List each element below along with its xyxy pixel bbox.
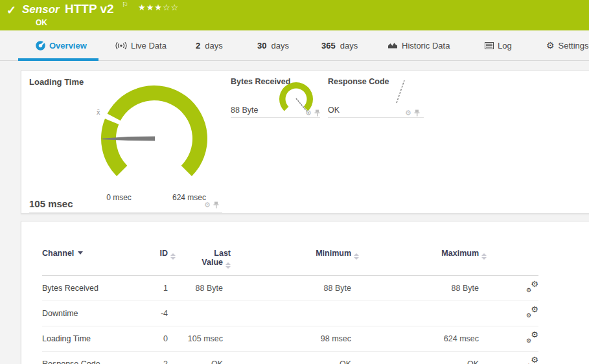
table-row: Loading Time 0 105 msec 98 msec 624 msec… <box>42 326 538 352</box>
column-header-channel[interactable]: Channel <box>42 241 133 276</box>
column-header-last-value[interactable]: Last Value <box>176 241 231 276</box>
channel-last-value: 105 msec <box>176 326 231 352</box>
tab-overview[interactable]: Overview <box>36 30 87 60</box>
tab-overview-label: Overview <box>49 41 87 51</box>
tab-30-days[interactable]: 30 days <box>257 30 289 60</box>
tab-30-days-number: 30 <box>257 41 266 51</box>
channel-name[interactable]: Response Code <box>42 352 133 364</box>
table-row: Bytes Received 1 88 Byte 88 Byte 88 Byte… <box>42 276 538 301</box>
response-code-title: Response Code <box>328 77 389 86</box>
gear-icon: ⚙ <box>546 41 555 50</box>
tab-historic-data-label: Historic Data <box>402 41 450 51</box>
tab-30-days-label: days <box>271 41 288 51</box>
response-code-value: OK <box>328 106 340 115</box>
channel-id: -4 <box>133 301 176 326</box>
loading-time-title: Loading Time <box>29 77 84 87</box>
channel-settings-icon[interactable]: ⚙⚙ <box>526 332 538 343</box>
channels-panel: Channel ID Last Value Minimum Maximum By… <box>21 221 589 364</box>
column-header-actions <box>487 241 538 276</box>
divider <box>29 212 222 213</box>
gear-icon[interactable]: ⚙ <box>405 109 411 117</box>
active-tab-underline <box>18 58 98 61</box>
divider <box>231 117 320 118</box>
channel-name[interactable]: Bytes Received <box>42 276 133 301</box>
table-row: Downtime -4 ⚙⚙ <box>42 301 538 326</box>
priority-stars[interactable]: ★★★☆☆ <box>138 3 179 12</box>
gauge-icon <box>36 41 45 51</box>
channel-settings-icon[interactable]: ⚙⚙ <box>526 282 538 293</box>
response-code-tools: ⚙ <box>405 109 420 117</box>
tab-log-label: Log <box>498 41 512 51</box>
loading-time-scale-max: 624 msec <box>170 193 208 202</box>
object-kind-label: Sensor <box>22 3 60 16</box>
sensor-status-bar: ✓ Sensor HTTP v2 ⚐ ★★★☆☆ OK <box>0 0 589 30</box>
bytes-received-tools: ⚙ <box>305 109 320 117</box>
channel-minimum: 98 msec <box>231 326 359 352</box>
channel-id: 0 <box>133 326 176 352</box>
status-ok-check-icon: ✓ <box>6 3 16 17</box>
stars-filled: ★★★ <box>138 3 163 12</box>
sort-descending-icon <box>78 251 83 255</box>
column-header-minimum[interactable]: Minimum <box>231 241 359 276</box>
pin-icon[interactable] <box>213 201 219 209</box>
tab-2-days[interactable]: 2 days <box>196 30 223 60</box>
stars-empty: ☆☆ <box>163 3 179 12</box>
column-header-id-label: ID <box>160 249 168 258</box>
table-header-row: Channel ID Last Value Minimum Maximum <box>42 241 538 276</box>
channel-maximum: 88 Byte <box>359 276 487 301</box>
tab-settings[interactable]: ⚙ Settings <box>546 30 589 60</box>
tab-365-days[interactable]: 365 days <box>321 30 358 60</box>
bytes-received-value: 88 Byte <box>231 106 258 115</box>
channel-minimum <box>231 301 359 326</box>
tab-live-data-label: Live Data <box>131 41 167 51</box>
pin-icon[interactable] <box>314 109 320 117</box>
channel-name[interactable]: Loading Time <box>42 326 133 352</box>
tab-historic-data[interactable]: Historic Data <box>387 30 450 60</box>
channel-last-value <box>176 301 231 326</box>
tab-365-days-label: days <box>340 41 358 51</box>
tab-log[interactable]: Log <box>485 30 512 60</box>
column-header-last-label: Last <box>176 249 231 258</box>
sensor-status-text: OK <box>36 18 47 27</box>
column-header-id[interactable]: ID <box>133 241 176 276</box>
column-header-maximum[interactable]: Maximum <box>359 241 487 276</box>
channel-minimum: OK <box>231 352 359 364</box>
loading-time-tools: ⚙ <box>204 201 219 209</box>
channel-minimum: 88 Byte <box>231 276 359 301</box>
channel-maximum <box>359 301 487 326</box>
tab-strip: Overview Live Data 2 days 30 days 365 da… <box>0 30 589 61</box>
loading-time-gauge: x̄ <box>89 74 219 203</box>
live-broadcast-icon <box>115 41 127 50</box>
sort-icon <box>354 253 359 260</box>
channel-id: 1 <box>133 276 176 301</box>
gear-icon[interactable]: ⚙ <box>305 109 312 117</box>
channel-name[interactable]: Downtime <box>42 301 133 326</box>
gear-icon[interactable]: ⚙ <box>204 201 211 209</box>
column-header-minimum-label: Minimum <box>316 249 351 258</box>
tab-live-data[interactable]: Live Data <box>115 30 167 60</box>
table-row: Response Code 2 OK OK OK ⚙⚙ <box>42 352 538 364</box>
loading-time-scale-min: 0 msec <box>104 193 133 202</box>
divider <box>328 117 424 118</box>
gauges-panel: Loading Time x̄ 0 msec 624 msec 105 msec… <box>21 70 589 214</box>
channel-maximum: OK <box>359 352 487 364</box>
channel-settings-icon[interactable]: ⚙⚙ <box>526 358 538 364</box>
flag-icon[interactable]: ⚐ <box>122 1 128 9</box>
channel-maximum: 624 msec <box>359 326 487 352</box>
channel-settings-icon[interactable]: ⚙⚙ <box>526 307 538 318</box>
column-header-channel-label: Channel <box>42 249 74 258</box>
sort-icon <box>225 262 231 269</box>
channel-last-value: OK <box>176 352 231 364</box>
tab-settings-label: Settings <box>559 41 589 51</box>
sort-icon <box>170 253 176 260</box>
pin-icon[interactable] <box>414 109 420 117</box>
tab-365-days-number: 365 <box>321 41 336 51</box>
response-code-gauge <box>394 78 408 106</box>
average-marker-label: x̄ <box>97 108 100 116</box>
loading-time-value: 105 msec <box>29 198 73 209</box>
column-header-maximum-label: Maximum <box>441 249 479 258</box>
sensor-name[interactable]: HTTP v2 <box>65 2 114 16</box>
column-header-value-label: Value <box>202 258 223 267</box>
area-chart-icon <box>387 41 398 49</box>
channel-last-value: 88 Byte <box>176 276 231 301</box>
